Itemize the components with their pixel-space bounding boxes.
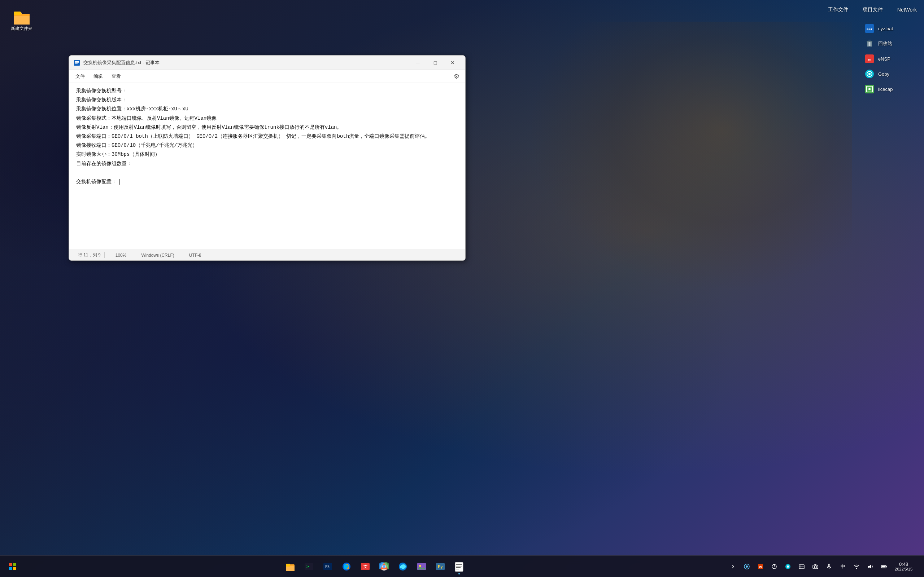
svg-rect-21 [13,563,16,566]
content-line-3: 镜像采集模式：本地端口镜像、反射Vlan镜像、远程Vlan镜像 [76,114,458,123]
taskbar-python[interactable]: Py [432,558,449,575]
taskbar-file-explorer[interactable] [281,558,299,575]
title-bar-buttons: ─ □ ✕ [410,57,461,69]
content-line-9 [76,168,458,177]
taskbar-sogou[interactable]: 文 [357,558,374,575]
settings-button[interactable]: ⚙ [451,71,462,82]
tray-goby[interactable] [782,561,794,572]
clock-date: 2022/5/15 [895,567,913,571]
svg-point-12 [868,73,871,75]
content-line-10: 交换机镜像配置： [76,177,458,187]
recycle-label: 回收站 [878,40,892,47]
goby-icon [864,68,875,80]
tray-office[interactable]: W [755,561,766,572]
svg-text:文: 文 [363,564,367,569]
tray-snip[interactable] [796,561,808,572]
minimize-button[interactable]: ─ [410,57,426,69]
svg-rect-42 [455,562,463,572]
clock-area[interactable]: 0:48 2022/5/15 [892,561,915,571]
folder-icon [13,9,30,26]
new-folder-label: 新建文件夹 [11,26,32,32]
show-desktop-button[interactable] [918,558,921,575]
tray-network-mgr[interactable] [741,561,753,572]
tray-chevron[interactable] [727,561,739,572]
ensp-icon: eN [864,53,875,64]
notepad-window: 交换机镜像采集配置信息.txt - 记事本 ─ □ ✕ 文件 编辑 查看 ⚙ 采… [69,55,465,261]
tray-zh-input[interactable]: 中 [837,561,848,572]
svg-rect-65 [886,566,887,567]
desktop-icon-new-folder[interactable]: 新建文件夹 [7,7,36,33]
menu-file[interactable]: 文件 [72,72,89,81]
cyz-bat-label: cyz.bat [878,26,893,31]
top-bar-project-files[interactable]: 项目文件 [855,3,890,16]
line-ending: Windows (CRLF) [137,253,178,258]
svg-point-48 [746,566,748,567]
menu-edit[interactable]: 编辑 [90,72,107,81]
svg-rect-45 [456,567,460,568]
top-bar-network[interactable]: NetWork [890,4,924,16]
svg-point-36 [383,565,386,568]
svg-rect-43 [456,564,462,565]
sidebar-goby[interactable]: Goby [861,67,922,81]
content-line-5: 镜像采集端口：GE0/0/1 both（上联防火墙端口） GE0/0/2（连接服… [76,132,458,141]
svg-rect-25 [286,564,290,567]
close-button[interactable]: ✕ [444,57,461,69]
svg-text:W: W [759,565,762,569]
svg-rect-44 [456,566,462,567]
content-line-6: 镜像接收端口：GE0/0/10（千兆电/千兆光/万兆光） [76,141,458,150]
status-bar: 行 11，列 9 100% Windows (CRLF) UTF-8 [69,250,465,260]
svg-rect-60 [814,564,816,566]
text-cursor [120,179,120,185]
tray-power[interactable] [769,561,780,572]
taskbar-powershell[interactable]: PS [319,558,336,575]
svg-point-54 [787,566,789,567]
zoom-level: 100% [112,253,131,258]
taskbar-terminal[interactable]: >_ [300,558,318,575]
tray-battery[interactable] [878,561,890,572]
sidebar-licecap[interactable]: licecap [861,82,922,96]
taskbar-firefox[interactable] [338,558,355,575]
content-line-2: 采集镜像交换机位置：xxx机房-xxx机柜-xU～xU [76,105,458,114]
network-label: NetWork [897,7,917,13]
top-bar-work-files[interactable]: 工作文件 [821,3,855,16]
project-files-label: 项目文件 [863,6,883,13]
taskbar-notepad[interactable] [451,558,468,575]
tray-wifi[interactable] [851,561,862,572]
tray-speaker[interactable] [864,561,876,572]
svg-rect-19 [75,63,78,64]
svg-rect-20 [9,563,12,566]
svg-text:eN: eN [868,58,871,61]
taskbar-tray: W [727,558,921,575]
svg-rect-18 [75,62,79,63]
content-line-7: 实时镜像大小：30Mbps（具体时间） [76,150,458,159]
bat-icon: BAT [864,23,875,34]
cursor-position: 行 11，列 9 [74,252,105,258]
notepad-title-icon [73,59,81,66]
content-area[interactable]: 采集镜像交换机型号：采集镜像交换机版本：采集镜像交换机位置：xxx机房-xxx机… [69,83,465,250]
sidebar-recycle-bin[interactable]: 回收站 [861,36,922,51]
svg-rect-17 [75,61,79,62]
svg-point-59 [814,566,816,568]
menu-view[interactable]: 查看 [108,72,124,81]
svg-text:>_: >_ [307,564,312,569]
svg-rect-46 [456,569,459,569]
sidebar-ensp[interactable]: eN eNSP [861,52,922,66]
maximize-button[interactable]: □ [427,57,444,69]
start-button[interactable] [3,558,22,575]
taskbar-apps: >_ PS [22,558,727,575]
svg-text:BAT: BAT [867,28,872,31]
taskbar-photo[interactable] [413,558,430,575]
right-sidebar: BAT cyz.bat 回收站 eN [859,19,924,98]
tray-camera[interactable] [809,561,821,572]
top-bar: 工作文件 项目文件 NetWork [0,0,924,19]
sidebar-cyz-bat[interactable]: BAT cyz.bat [861,21,922,36]
taskbar: >_ PS [0,555,924,577]
taskbar-edge[interactable] [394,558,412,575]
notepad-title: 交换机镜像采集配置信息.txt - 记事本 [83,60,407,66]
svg-text:Py: Py [438,564,443,569]
taskbar-chrome[interactable] [375,558,393,575]
tray-mic[interactable] [823,561,835,572]
svg-rect-61 [828,564,830,567]
work-files-label: 工作文件 [828,6,848,13]
svg-rect-5 [14,11,21,15]
